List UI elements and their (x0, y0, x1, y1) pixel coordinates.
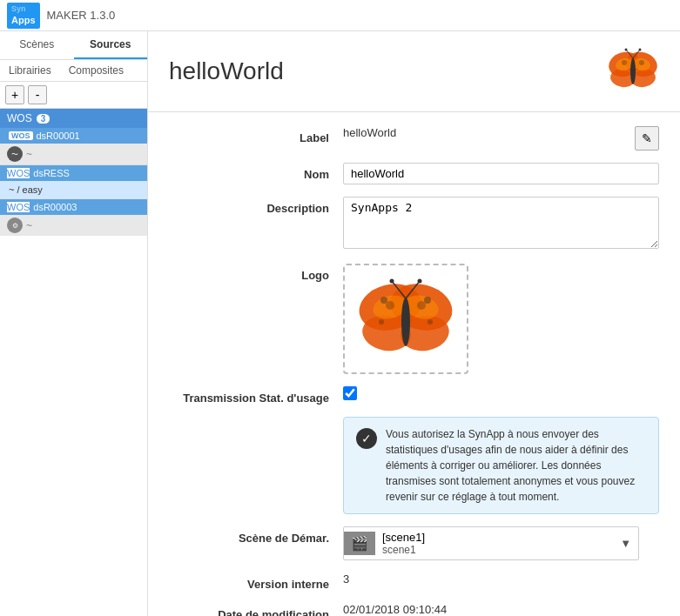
scene-select[interactable]: 🎬 [scene1] scene1 ▼ (343, 526, 639, 560)
app-logo: SynApps (7, 3, 40, 29)
sub-item-1[interactable]: 〜 ~ (0, 144, 147, 164)
wos-group-1: WOS 3 WOS dsR00001 〜 ~ (0, 109, 147, 164)
date-control: 02/01/2018 09:10:44 (343, 603, 659, 616)
logo-field-control (343, 264, 659, 374)
wos-header-dsress[interactable]: WOS dsRESS (0, 165, 147, 181)
transmission-label: Transmission Stat. d'usage (169, 386, 343, 405)
info-spacer (169, 417, 343, 422)
scene-id: [scene1] (382, 531, 606, 544)
transmission-row: Transmission Stat. d'usage (169, 386, 659, 405)
description-textarea[interactable]: SynApps 2 (343, 197, 659, 249)
version-row: Version interne 3 (169, 572, 659, 591)
main-content: helloWorld (148, 31, 680, 616)
date-value: 02/01/2018 09:10:44 (343, 599, 447, 616)
wos-name-dsress: dsRESS (33, 168, 70, 178)
nom-row: Nom (169, 163, 659, 184)
logo-field-label: Logo (169, 264, 343, 282)
scene-text: [scene1] scene1 (375, 527, 613, 559)
svg-point-29 (418, 279, 422, 284)
wos-tag-3: WOS (7, 202, 30, 212)
tab-scenes[interactable]: Scènes (0, 31, 74, 59)
wos-group-dsress: WOS dsRESS ~ / easy (0, 165, 147, 198)
wos-badge-1: 3 (37, 114, 50, 124)
date-label: Date de modification (169, 603, 343, 616)
page-header: helloWorld (148, 31, 680, 112)
scene-dropdown-arrow: ▼ (613, 533, 638, 553)
easy-item[interactable]: ~ / easy (0, 181, 147, 198)
wos-tag-2: WOS (7, 168, 30, 178)
sidebar: Scènes Sources Librairies Composites + -… (0, 31, 148, 616)
label-field-label: Label (169, 126, 343, 144)
form-section: Label helloWorld ✎ Nom Description SynAp… (148, 112, 680, 616)
transmission-control (343, 386, 659, 400)
sub-item-3[interactable]: ⚙ ~ (0, 215, 147, 236)
checkbox-row (343, 386, 659, 400)
tab-composites[interactable]: Composites (60, 60, 132, 81)
description-field-label: Description (169, 197, 343, 215)
sub-item-tilde-1: ~ (26, 148, 32, 160)
butterfly-logo (607, 45, 659, 97)
app-title: MAKER 1.3.0 (47, 9, 116, 22)
svg-point-11 (625, 49, 628, 51)
version-value: 3 (343, 568, 349, 586)
svg-point-6 (622, 60, 627, 65)
scene-name: scene1 (382, 544, 606, 556)
sub-item-tilde-3: ~ (26, 219, 32, 231)
remove-button[interactable]: - (28, 85, 47, 104)
scene-row: Scène de Démar. 🎬 [scene1] scene1 ▼ (169, 526, 659, 560)
svg-point-20 (417, 301, 426, 310)
nom-input[interactable] (343, 163, 659, 184)
svg-point-19 (386, 301, 394, 310)
sidebar-tabs: Scènes Sources (0, 31, 147, 60)
info-text: Vous autorisez la SynApp à nous envoyer … (386, 426, 646, 505)
description-field-control: SynApps 2 (343, 197, 659, 251)
wos-group-1-header[interactable]: WOS 3 (0, 109, 147, 128)
wos-header-3[interactable]: WOS dsR00003 (0, 199, 147, 215)
version-control: 3 (343, 572, 659, 586)
svg-point-21 (380, 297, 387, 304)
logo-butterfly (353, 274, 458, 361)
scene-control: 🎬 [scene1] scene1 ▼ (343, 526, 659, 560)
svg-point-25 (401, 298, 410, 346)
tab-librairies[interactable]: Librairies (0, 60, 60, 81)
label-row: Label helloWorld ✎ (169, 126, 659, 151)
date-row: Date de modification 02/01/2018 09:10:44 (169, 603, 659, 616)
svg-point-12 (639, 49, 642, 51)
wos-item-name-1: dsR00001 (37, 131, 80, 141)
app-header: SynApps MAKER 1.3.0 (0, 0, 680, 31)
logo-area[interactable] (343, 264, 468, 374)
svg-point-8 (630, 58, 636, 84)
wave-icon: 〜 (7, 146, 23, 162)
svg-point-24 (428, 319, 433, 325)
svg-point-7 (639, 60, 644, 65)
wos-group-3: WOS dsR00003 ⚙ ~ (0, 199, 147, 236)
add-button[interactable]: + (5, 85, 24, 104)
scene-film-icon: 🎬 (344, 532, 375, 555)
svg-point-28 (390, 279, 394, 284)
info-box: ✓ Vous autorisez la SynApp à nous envoye… (343, 417, 659, 514)
label-edit-button[interactable]: ✎ (635, 126, 659, 151)
nom-field-control (343, 163, 659, 184)
sidebar-sub-tabs: Librairies Composites (0, 60, 147, 82)
gear-icon: ⚙ (7, 218, 23, 233)
description-row: Description SynApps 2 (169, 197, 659, 251)
wos-label-1: WOS (7, 112, 32, 124)
scene-label: Scène de Démar. (169, 526, 343, 545)
page-title: helloWorld (169, 57, 284, 85)
easy-path: ~ / easy (9, 184, 43, 195)
wos-name-3: dsR00003 (33, 202, 77, 212)
wos-tag-1: WOS (9, 131, 33, 140)
svg-point-23 (379, 319, 384, 325)
transmission-checkbox[interactable] (343, 386, 357, 400)
version-label: Version interne (169, 572, 343, 591)
logo-row: Logo (169, 264, 659, 374)
nom-field-label: Nom (169, 163, 343, 181)
info-row: ✓ Vous autorisez la SynApp à nous envoye… (169, 417, 659, 514)
tab-sources[interactable]: Sources (74, 31, 148, 59)
check-icon: ✓ (356, 428, 377, 449)
main-layout: Scènes Sources Librairies Composites + -… (0, 31, 680, 616)
sidebar-actions: + - (0, 82, 147, 109)
label-field-control: helloWorld (343, 126, 628, 139)
svg-point-22 (424, 297, 431, 304)
wos-item-dsR00001[interactable]: WOS dsR00001 (0, 128, 147, 144)
